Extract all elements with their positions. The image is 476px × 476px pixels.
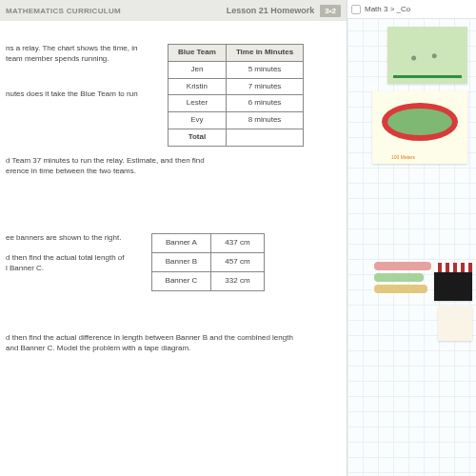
question-2: ee banners are shown to the right. d the… xyxy=(6,233,337,290)
storefront-dark xyxy=(434,272,472,301)
q4-line: and Banner C. Model the problem with a t… xyxy=(6,344,310,354)
banner-a-swatch xyxy=(374,262,431,270)
worksheet-body: ns a relay. The chart shows the time, in… xyxy=(0,21,347,359)
table-row: Kristin7 minutes xyxy=(169,78,304,95)
blue-team-table: Blue Team Time in Minutes Jen5 minutes K… xyxy=(168,44,304,147)
table-row: Jen5 minutes xyxy=(169,61,304,78)
awning-icon xyxy=(434,263,472,272)
q2-line: d Team 37 minutes to run the relay. Esti… xyxy=(6,156,272,167)
th-team: Blue Team xyxy=(169,45,227,62)
table-row: Evy8 minutes xyxy=(169,112,304,129)
q1-sub-a: nutes does it take the Blue Team to run xyxy=(6,89,158,100)
table-row: Banner B457 cm xyxy=(151,253,264,272)
track-oval-icon xyxy=(382,103,458,141)
curriculum-label: MATHEMATICS CURRICULUM xyxy=(6,7,121,15)
table-row-total: Total xyxy=(169,129,304,146)
banner-b-swatch xyxy=(374,273,424,282)
document-column: MATHEMATICS CURRICULUM Lesson 21 Homewor… xyxy=(0,0,347,476)
checkbox-icon[interactable] xyxy=(351,5,361,14)
worksheet-header: MATHEMATICS CURRICULUM Lesson 21 Homewor… xyxy=(0,0,347,21)
small-card[interactable] xyxy=(438,307,472,341)
table-row: Lester6 minutes xyxy=(169,95,304,112)
track-diagram-card[interactable]: 100 Meters xyxy=(372,91,467,164)
question-2b: d then find the actual difference in len… xyxy=(6,333,310,354)
q3-line: d then find the actual total length of xyxy=(6,253,125,264)
banner-swatches[interactable] xyxy=(374,262,435,302)
storefront-card[interactable] xyxy=(434,263,472,301)
q1-line: team member spends running. xyxy=(6,54,158,65)
question-1b: d Team 37 minutes to run the relay. Esti… xyxy=(6,156,272,177)
track-label: 100 Meters xyxy=(391,154,415,160)
q3-line: l Banner C. xyxy=(6,264,125,274)
q3-line: ee banners are shown to the right. xyxy=(6,233,125,244)
breadcrumb: Math 3 > _Co xyxy=(347,0,476,19)
q1-line: ns a relay. The chart shows the time, in xyxy=(6,44,158,54)
photo-card-runners[interactable] xyxy=(387,27,467,84)
q2-line: erence in time between the two teams. xyxy=(6,167,272,177)
breadcrumb-text[interactable]: Math 3 > _Co xyxy=(365,5,410,13)
table-row: Banner C332 cm xyxy=(151,271,264,290)
question-1: ns a relay. The chart shows the time, in… xyxy=(6,44,337,147)
lesson-title: Lesson 21 Homework xyxy=(227,6,315,15)
lesson-badge: 3•2 xyxy=(320,5,341,17)
banner-c-swatch xyxy=(374,285,427,293)
th-time: Time in Minutes xyxy=(226,45,303,62)
q4-line: d then find the actual difference in len… xyxy=(6,333,310,344)
banner-table: Banner A437 cm Banner B457 cm Banner C33… xyxy=(151,233,265,290)
table-row: Banner A437 cm xyxy=(151,234,264,253)
runners-illustration xyxy=(393,32,462,78)
